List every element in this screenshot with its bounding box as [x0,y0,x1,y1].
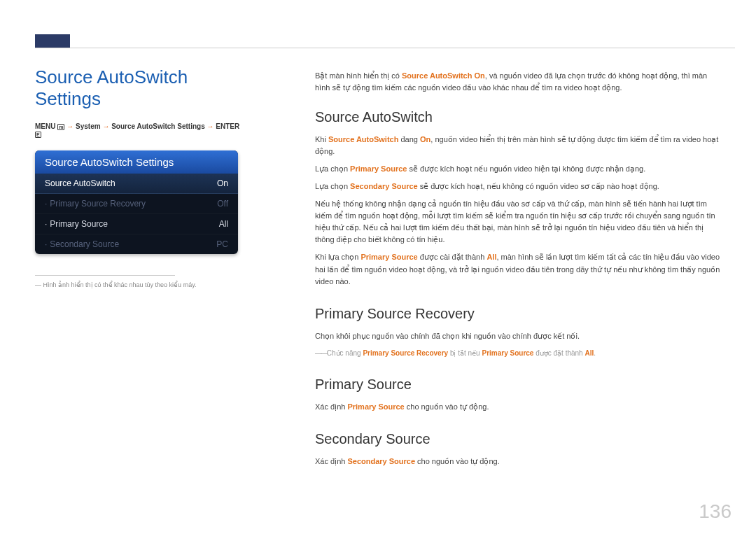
page-title: Source AutoSwitch Settings [35,66,245,110]
breadcrumb-system: System [76,122,101,130]
body-text: Chọn khôi phục nguồn vào chính đã chọn k… [315,330,721,342]
breadcrumb-arrow: → [102,122,109,130]
osd-menu-card: Source AutoSwitch Settings Source AutoSw… [35,150,238,254]
menu-row-source-autoswitch[interactable]: Source AutoSwitch On [35,174,238,194]
heading-primary-source-recovery: Primary Source Recovery [315,303,721,325]
body-text: Nếu hệ thống không nhận dạng cả nguồn tí… [315,198,721,246]
body-text: Khi Source AutoSwitch đang On, nguồn vid… [315,134,721,157]
intro-paragraph: Bật màn hình hiển thị có Source AutoSwit… [315,70,721,94]
menu-row-value: Off [217,199,228,209]
breadcrumb-enter: ENTER [216,122,239,130]
body-text: Lựa chọn Primary Source sẽ được kích hoạ… [315,163,721,175]
caption-divider [35,275,175,276]
body-text: Lựa chọn Secondary Source sẽ được kích h… [315,181,721,192]
osd-menu-header: Source AutoSwitch Settings [35,150,238,174]
breadcrumb-menu: MENU [35,122,55,130]
menu-row-value: PC [216,239,228,249]
right-column: Bật màn hình hiển thị có Source AutoSwit… [315,70,721,473]
menu-row-label: ·Primary Source Recovery [45,199,146,209]
heading-primary-source: Primary Source [315,374,721,395]
menu-row-value: All [219,219,228,229]
enter-icon: E [35,132,41,138]
breadcrumb-arrow: → [66,122,74,130]
breadcrumb-arrow: → [206,122,214,130]
body-text: Khi lựa chọn Primary Source được cài đặt… [315,251,721,287]
page-number: 136 [699,500,732,523]
menu-row-label: ·Secondary Source [45,239,119,249]
body-text: Xác định Secondary Source cho nguồn vào … [315,456,721,468]
breadcrumb-settings: Source AutoSwitch Settings [111,122,205,130]
menu-row-label: ·Primary Source [45,219,108,229]
body-text: Xác định Primary Source cho nguồn vào tự… [315,401,721,413]
top-horizontal-rule [35,48,735,48]
menu-row-primary-source-recovery[interactable]: ·Primary Source Recovery Off [35,194,238,214]
left-column: Source AutoSwitch Settings MENU m → Syst… [35,66,245,288]
menu-row-secondary-source[interactable]: ·Secondary Source PC [35,234,238,254]
menu-row-label: Source AutoSwitch [45,178,115,188]
section-tab-marker [35,34,70,48]
heading-secondary-source: Secondary Source [315,428,721,450]
menu-row-primary-source[interactable]: ·Primary Source All [35,214,238,234]
note-text: Chức năng Primary Source Recovery bị tắt… [315,348,721,359]
menu-row-value: On [217,178,228,188]
image-caption: Hình ảnh hiển thị có thể khác nhau tùy t… [35,281,245,288]
menu-icon: m [57,124,64,130]
breadcrumb: MENU m → System → Source AutoSwitch Sett… [35,122,245,138]
heading-source-autoswitch: Source AutoSwitch [315,106,721,128]
